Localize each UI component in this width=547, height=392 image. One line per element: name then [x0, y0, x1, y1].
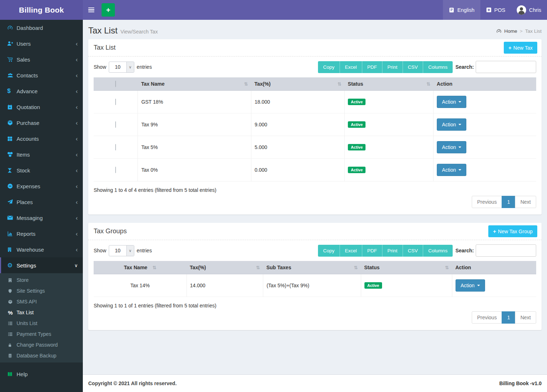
quick-add-button[interactable]: +: [102, 3, 115, 17]
dashboard-icon: [7, 25, 17, 31]
tax-groups-panel: Tax Groups + New Tax Group Show 10 ∨: [88, 223, 542, 330]
sidebar-item-label: Sales: [17, 57, 30, 63]
pos-button[interactable]: POS: [480, 0, 511, 20]
row-checkbox[interactable]: [115, 121, 116, 128]
column-header-tax-name[interactable]: Tax Name⇅: [94, 261, 187, 274]
column-header-tax-percent[interactable]: Tax(%)⇅: [251, 77, 345, 91]
sidebar-item-accounts[interactable]: Accounts ‹: [0, 131, 83, 147]
print-button[interactable]: Print: [382, 245, 403, 257]
pdf-button[interactable]: PDF: [362, 245, 382, 257]
pdf-button[interactable]: PDF: [362, 61, 382, 73]
sidebar-item-expenses[interactable]: Expenses ‹: [0, 178, 83, 194]
page-number-button[interactable]: 1: [502, 196, 515, 208]
username-label: Chris: [529, 7, 541, 13]
sidebar-item-places[interactable]: Places ‹: [0, 194, 83, 210]
new-tax-group-label: New Tax Group: [498, 229, 533, 234]
copy-button[interactable]: Copy: [318, 61, 340, 73]
excel-button[interactable]: Excel: [340, 245, 362, 257]
submenu-item-label: Store: [17, 277, 28, 283]
sidebar-item-site-settings[interactable]: Site Settings: [0, 285, 83, 296]
sidebar-item-sms-api[interactable]: SMS API: [0, 296, 83, 307]
sidebar-item-label: Purchase: [17, 120, 39, 126]
search-input[interactable]: [476, 61, 536, 73]
chevron-left-icon: ‹: [76, 136, 78, 142]
row-checkbox[interactable]: [115, 99, 116, 105]
sidebar-item-payment-types[interactable]: Payment Types: [0, 329, 83, 339]
sidebar-item-purchase[interactable]: Purchase ‹: [0, 115, 83, 131]
sidebar-item-label: Reports: [17, 231, 36, 237]
previous-page-button[interactable]: Previous: [472, 311, 502, 324]
sidebar-item-messaging[interactable]: Messaging ‹: [0, 210, 83, 226]
action-dropdown-button[interactable]: Action: [437, 118, 466, 131]
column-header-status[interactable]: Status⇅: [361, 261, 452, 274]
column-header-sub-taxes[interactable]: Sub Taxes⇅: [263, 261, 361, 274]
new-tax-group-button[interactable]: + New Tax Group: [488, 225, 537, 237]
page-size-select[interactable]: 10 ∨: [109, 245, 134, 256]
column-header-tax-name[interactable]: Tax Name⇅: [138, 77, 251, 91]
sidebar-item-settings[interactable]: ⚙ Settings ∨: [0, 257, 83, 273]
action-dropdown-button[interactable]: Action: [437, 164, 466, 176]
sidebar-item-warehouse[interactable]: Warehouse ‹: [0, 242, 83, 257]
sidebar-item-change-password[interactable]: Change Password: [0, 339, 83, 350]
chevron-down-icon: ∨: [126, 62, 134, 72]
sidebar-item-label: Accounts: [17, 136, 39, 142]
sidebar-item-database-backup[interactable]: Database Backup: [0, 350, 83, 361]
chevron-left-icon: ‹: [76, 183, 78, 189]
page-size-select[interactable]: 10 ∨: [109, 62, 134, 73]
column-header-action: Action: [434, 77, 536, 91]
users-group-icon: [7, 72, 17, 78]
language-menu[interactable]: English: [443, 0, 480, 20]
tax-name-cell: Tax 5%: [138, 136, 251, 159]
copy-button[interactable]: Copy: [318, 245, 340, 257]
app-logo[interactable]: Billing Book: [0, 0, 83, 20]
sidebar-item-units-list[interactable]: Units List: [0, 318, 83, 329]
csv-button[interactable]: CSV: [403, 245, 423, 257]
csv-button[interactable]: CSV: [403, 61, 423, 73]
footer: Copyright © 2021 All rights reserved. Bi…: [83, 374, 547, 392]
next-page-button[interactable]: Next: [515, 311, 536, 324]
sidebar-toggle-icon[interactable]: [83, 0, 99, 20]
row-checkbox[interactable]: [115, 167, 116, 173]
sidebar-item-advance[interactable]: $ Advance ‹: [0, 83, 83, 99]
page-number-button[interactable]: 1: [502, 311, 515, 324]
sidebar-item-quotation[interactable]: Quotation ‹: [0, 99, 83, 115]
print-button[interactable]: Print: [382, 61, 403, 73]
action-dropdown-button[interactable]: Action: [437, 96, 466, 108]
show-label: Show: [94, 248, 106, 253]
select-all-checkbox[interactable]: [115, 81, 116, 87]
sidebar-item-stock[interactable]: Stock ‹: [0, 162, 83, 178]
next-page-button[interactable]: Next: [515, 196, 536, 208]
search-input[interactable]: [476, 244, 536, 257]
row-checkbox[interactable]: [115, 144, 116, 150]
columns-button[interactable]: Columns: [423, 61, 452, 73]
sidebar-item-reports[interactable]: Reports ‹: [0, 226, 83, 242]
new-tax-button[interactable]: + New Tax: [504, 42, 537, 54]
action-dropdown-button[interactable]: Action: [437, 141, 466, 153]
columns-button[interactable]: Columns: [423, 245, 452, 257]
sidebar-item-users[interactable]: Users ‹: [0, 36, 83, 51]
sidebar-item-label: Warehouse: [17, 247, 44, 253]
sidebar-item-sales[interactable]: Sales ‹: [0, 51, 83, 67]
sidebar-item-store[interactable]: Store: [0, 275, 83, 285]
sidebar-item-tax-list[interactable]: % Tax List: [0, 307, 83, 318]
column-header-status[interactable]: Status⇅: [345, 77, 434, 91]
tax-name-cell: Tax 9%: [138, 113, 251, 136]
tax-percent-cell: 14.000: [187, 274, 263, 297]
sort-icon: ⇅: [242, 81, 248, 87]
pagination: Previous 1 Next: [94, 311, 536, 324]
sidebar-item-dashboard[interactable]: Dashboard: [0, 20, 83, 36]
calendar-plus-icon: [7, 104, 17, 110]
breadcrumb-home-link[interactable]: Home: [504, 28, 517, 34]
excel-button[interactable]: Excel: [340, 61, 362, 73]
sidebar-item-help[interactable]: Help: [0, 366, 83, 382]
column-header-tax-percent[interactable]: Tax(%)⇅: [187, 261, 263, 274]
sidebar-item-items[interactable]: Items ‹: [0, 147, 83, 162]
previous-page-button[interactable]: Previous: [472, 196, 502, 208]
column-header-action: Action: [452, 261, 536, 274]
action-dropdown-button[interactable]: Action: [456, 279, 485, 292]
sidebar-item-contacts[interactable]: Contacts ‹: [0, 67, 83, 83]
submenu-item-label: SMS API: [17, 299, 37, 305]
select-all-header[interactable]: [94, 77, 138, 91]
chevron-left-icon: ‹: [76, 120, 78, 126]
user-menu[interactable]: Chris: [511, 0, 547, 20]
